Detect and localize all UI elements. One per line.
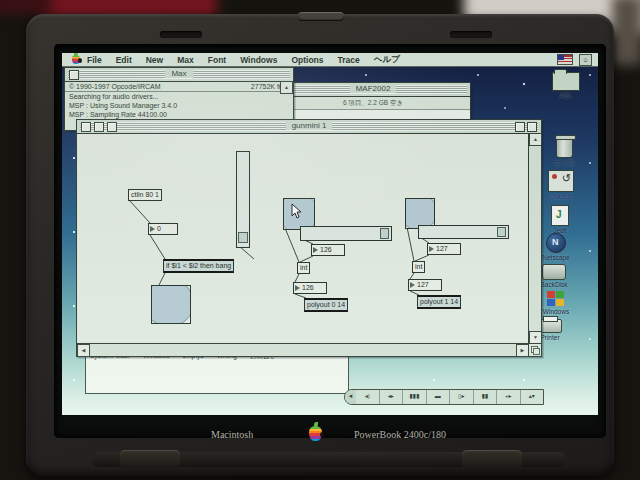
vertical-scrollbar[interactable]: ▲ ▼ [528, 133, 541, 344]
number-box-center-b[interactable]: 126 [293, 282, 327, 294]
bezel-brand-text: Macintosh [211, 429, 253, 440]
dial-left[interactable] [151, 285, 191, 324]
icon-label: Graphic [539, 193, 583, 200]
horizontal-scrollbar[interactable]: ◀ ▶ [77, 343, 529, 356]
control-strip-module-arrows[interactable]: ▴▾ [521, 390, 544, 404]
menu-trace[interactable]: Trace [338, 55, 360, 65]
control-strip[interactable]: ◂ ◂) ◂▸ ▮▮▮ ▬ ▯▸ ▮▮ +▸ ▴▾ [344, 389, 544, 405]
control-strip-module-battery[interactable]: ▯▸ [450, 390, 474, 404]
slider-knob[interactable] [238, 232, 248, 243]
close-box[interactable] [69, 70, 79, 80]
keyboard-layout-flag-icon[interactable] [557, 54, 573, 65]
object-polyout-center[interactable]: polyout 0 14 [304, 298, 348, 312]
hinge-right [462, 450, 522, 468]
trash-icon [556, 137, 573, 158]
object-polyout-right[interactable]: polyout 1 14 [417, 295, 461, 309]
browser-icon [546, 233, 566, 253]
finder-window-status: 6 項目、2.2 GB 空き [276, 97, 470, 110]
patch-window-titlebar[interactable]: gunmini 1 [77, 120, 541, 134]
application-menu-icon[interactable]: ☺ [579, 54, 592, 66]
collapse-box[interactable] [527, 122, 537, 132]
console-header: © 1990-1997 Opcode/IRCAM 27752K free [65, 82, 293, 92]
bezel-slot-right [450, 31, 492, 38]
photo-background: Macintosh PowerBook 2400c/180 File Edit … [0, 0, 640, 480]
lid-latch [298, 12, 344, 21]
object-ctlin[interactable]: ctlin 80 1 [128, 189, 162, 201]
console-copyright: © 1990-1997 Opcode/IRCAM [65, 82, 165, 91]
control-strip-module-modem[interactable]: ▬ [427, 390, 451, 404]
console-log-line: MSP : Sampling Rate 44100.00 [65, 110, 293, 119]
object-if[interactable]: if $i1 < $i2 then bang [163, 259, 234, 273]
number-box-ctl[interactable]: 0 [148, 223, 178, 235]
patch-window-gunmini[interactable]: gunmini 1 [76, 119, 542, 357]
menu-edit[interactable]: Edit [116, 55, 132, 65]
resize-grow-box[interactable] [528, 343, 541, 356]
patch-canvas[interactable]: ctlin 80 1 0 if $i1 < $i2 then bang 126 … [78, 134, 528, 342]
max-console-titlebar[interactable]: Max [65, 68, 293, 82]
background-object-left [0, 0, 52, 14]
icon-label: ゴミ箱 [542, 159, 586, 168]
hinge-left [120, 450, 180, 468]
control-strip-module-volume[interactable]: ◂) [356, 390, 380, 404]
max-console-title: Max [65, 69, 293, 78]
bezel-model-text: PowerBook 2400c/180 [354, 429, 446, 440]
control-strip-module-tools[interactable]: +▸ [497, 390, 521, 404]
background-object-right [612, 0, 640, 65]
horizontal-slider-center[interactable] [300, 226, 392, 241]
slider-knob[interactable] [380, 228, 389, 239]
graphic-app-icon [548, 170, 574, 192]
windows-logo-icon [547, 291, 565, 307]
vertical-slider[interactable] [236, 151, 250, 248]
titlebar-box[interactable] [107, 122, 117, 132]
menu-help[interactable]: ヘルプ [374, 54, 400, 66]
apple-menu-icon[interactable] [72, 55, 80, 64]
object-int-center[interactable]: int [297, 262, 310, 274]
desktop-icon-trash[interactable]: ゴミ箱 [542, 137, 586, 168]
number-box-right-a[interactable]: 127 [427, 243, 461, 255]
control-strip-module-cpu[interactable]: ▮▮ [474, 390, 498, 404]
zoom-box[interactable] [515, 122, 525, 132]
patch-window-title: gunmini 1 [77, 121, 541, 130]
screen: File Edit New Max Font Windows Options T… [62, 53, 598, 415]
menu-bar: File Edit New Max Font Windows Options T… [62, 53, 598, 67]
menu-font[interactable]: Font [208, 55, 226, 65]
desktop-icon-asl[interactable]: ASL [544, 72, 588, 99]
menu-file[interactable]: File [87, 55, 102, 65]
laptop-body: Macintosh PowerBook 2400c/180 File Edit … [26, 14, 614, 476]
mouse-cursor [291, 203, 303, 219]
object-int-right[interactable]: int [412, 261, 425, 273]
finder-window-title: MAF2002 [276, 84, 470, 93]
menu-windows[interactable]: Windows [240, 55, 277, 65]
control-strip-module-sharing[interactable]: ◂▸ [380, 390, 404, 404]
console-log-line: Searching for audio drivers... [65, 92, 293, 101]
slider-knob[interactable] [497, 227, 506, 237]
finder-window-titlebar[interactable]: MAF2002 [276, 83, 470, 97]
icon-label: ASL [544, 92, 588, 99]
scroll-up-button[interactable]: ▲ [529, 133, 542, 146]
titlebar-box[interactable] [94, 122, 104, 132]
console-log-line: MSP : Using Sound Manager 3.4.0 [65, 101, 293, 110]
folder-icon [552, 72, 580, 91]
close-box[interactable] [81, 122, 91, 132]
number-box-right-b[interactable]: 127 [408, 279, 442, 291]
number-box-center-a[interactable]: 126 [311, 244, 345, 256]
control-strip-tab[interactable]: ◂ [345, 390, 356, 404]
menu-options[interactable]: Options [291, 55, 323, 65]
disk-icon [542, 264, 566, 280]
bezel-branding: Macintosh PowerBook 2400c/180 [26, 426, 614, 448]
bezel-slot-left [160, 31, 202, 38]
horizontal-slider-right[interactable] [418, 225, 509, 239]
apple-logo [309, 426, 322, 441]
menu-max[interactable]: Max [177, 55, 194, 65]
menu-new[interactable]: New [146, 55, 163, 65]
text-document-icon [551, 205, 569, 226]
scroll-left-button[interactable]: ◀ [77, 344, 90, 357]
control-strip-module-battery-meter[interactable]: ▮▮▮ [403, 390, 427, 404]
desktop-icon-jedit[interactable]: Jedit [538, 205, 582, 234]
desktop-icon-graphic[interactable]: Graphic [539, 170, 583, 200]
